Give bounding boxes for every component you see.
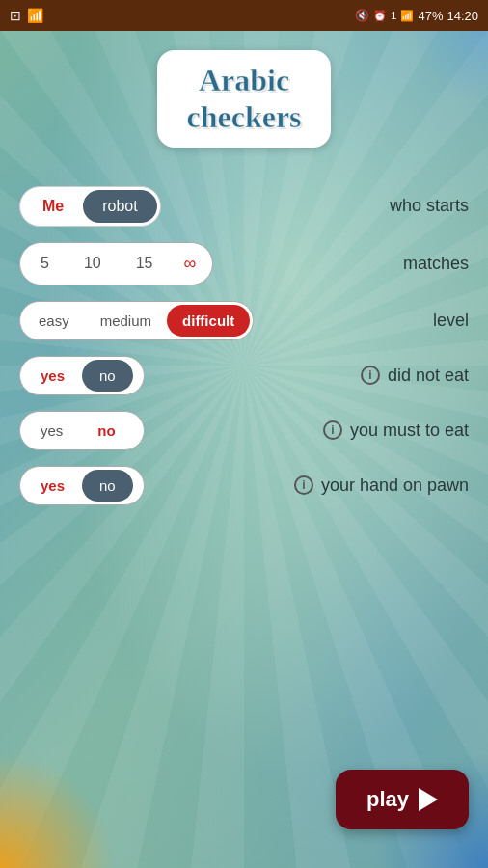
matches-10-button[interactable]: 10	[67, 246, 119, 282]
status-bar: ⊡ 📶 🔇 ⏰ 1 📶 47% 14:20	[0, 0, 488, 31]
did-not-eat-no-button[interactable]: no	[82, 360, 133, 392]
main-content: Arabic checkers Me robot who starts 5 10	[0, 31, 488, 868]
status-icons-right: 🔇 ⏰ 1 📶 47% 14:20	[355, 9, 478, 23]
level-label: level	[433, 311, 469, 331]
play-label: play	[366, 787, 409, 812]
must-eat-toggle: yes no	[19, 411, 145, 450]
matches-5-button[interactable]: 5	[23, 246, 67, 282]
controls-area: Me robot who starts 5 10 15 ∞ matches	[0, 186, 488, 505]
who-starts-toggle: Me robot	[19, 186, 161, 227]
must-eat-no-button[interactable]: no	[80, 415, 132, 447]
did-not-eat-info-icon[interactable]: i	[361, 366, 380, 385]
level-easy-button[interactable]: easy	[23, 305, 85, 337]
logo-text: Arabic checkers	[186, 62, 301, 136]
hand-on-pawn-group: yes no	[19, 466, 145, 505]
hand-on-pawn-label-area: i your hand on pawn	[294, 475, 469, 496]
battery-text: 47%	[418, 9, 443, 23]
did-not-eat-label: did not eat	[388, 366, 469, 386]
did-not-eat-toggle: yes no	[19, 356, 145, 395]
matches-row: 5 10 15 ∞ matches	[19, 242, 469, 285]
matches-15-button[interactable]: 15	[119, 246, 171, 282]
did-not-eat-row: yes no i did not eat	[19, 356, 469, 395]
play-button[interactable]: play	[336, 770, 469, 829]
who-starts-group: Me robot	[19, 186, 161, 227]
hand-on-pawn-info-icon[interactable]: i	[294, 475, 313, 495]
who-starts-row: Me robot who starts	[19, 186, 469, 227]
hand-on-pawn-row: yes no i your hand on pawn	[19, 466, 469, 505]
status-icons-left: ⊡ 📶	[10, 8, 43, 23]
matches-label: matches	[403, 254, 469, 274]
who-starts-me-button[interactable]: Me	[23, 190, 83, 223]
signal-icon: 📶	[400, 10, 414, 22]
matches-toggle: 5 10 15 ∞	[19, 242, 213, 285]
hand-on-pawn-yes-button[interactable]: yes	[23, 470, 82, 502]
screenshot-icon: ⊡	[10, 8, 21, 23]
who-starts-robot-button[interactable]: robot	[83, 190, 156, 223]
must-eat-label: you must to eat	[350, 420, 469, 441]
did-not-eat-group: yes no	[19, 356, 145, 395]
must-eat-row: yes no i you must to eat	[19, 411, 469, 450]
bluetooth-icon: 🔇	[355, 9, 369, 22]
level-row: easy medium difficult level	[19, 301, 469, 340]
matches-infinity-button[interactable]: ∞	[171, 246, 210, 282]
did-not-eat-label-area: i did not eat	[361, 366, 469, 386]
who-starts-label: who starts	[390, 196, 469, 216]
must-eat-yes-button[interactable]: yes	[23, 415, 80, 447]
must-eat-label-area: i you must to eat	[323, 420, 469, 441]
did-not-eat-yes-button[interactable]: yes	[23, 360, 82, 392]
alarm-icon: ⏰	[373, 10, 387, 22]
logo-container: Arabic checkers	[157, 50, 330, 148]
hand-on-pawn-toggle: yes no	[19, 466, 145, 505]
matches-group: 5 10 15 ∞	[19, 242, 213, 285]
hand-on-pawn-label: your hand on pawn	[321, 475, 469, 496]
level-label-area: level	[433, 311, 469, 331]
must-eat-info-icon[interactable]: i	[323, 420, 342, 440]
notification-icon: 1	[391, 10, 396, 21]
wifi-icon: 📶	[27, 8, 43, 23]
play-triangle-icon	[419, 788, 438, 811]
level-toggle: easy medium difficult	[19, 301, 254, 340]
time-display: 14:20	[447, 9, 478, 23]
who-starts-label-area: who starts	[390, 196, 469, 216]
hand-on-pawn-no-button[interactable]: no	[82, 470, 133, 502]
level-group: easy medium difficult	[19, 301, 254, 340]
must-eat-group: yes no	[19, 411, 145, 450]
level-medium-button[interactable]: medium	[85, 305, 167, 337]
level-difficult-button[interactable]: difficult	[167, 305, 250, 337]
matches-label-area: matches	[403, 254, 469, 274]
